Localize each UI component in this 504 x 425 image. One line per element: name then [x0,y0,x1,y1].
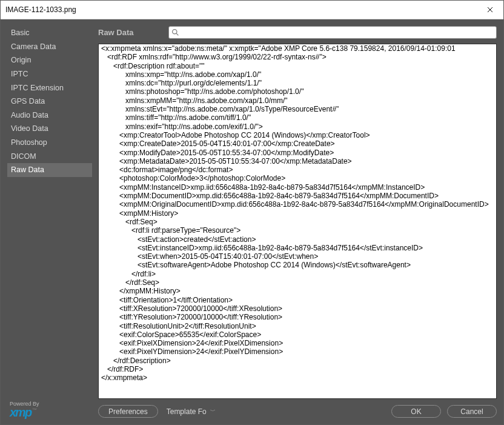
footer: Preferences Template Fo ﹀ OK Cancel [98,405,497,418]
sidebar-item-gps-data[interactable]: GPS Data [7,95,92,109]
sidebar-item-audio-data[interactable]: Audio Data [7,109,92,122]
close-icon [487,7,493,13]
window-title: IMAGE-112-1033.png [5,5,477,14]
sidebar-item-raw-data[interactable]: Raw Data [7,163,92,177]
close-button[interactable] [477,1,503,19]
raw-data-textarea[interactable]: <x:xmpmeta xmlns:x="adobe:ns:meta/" x:xm… [98,44,497,399]
panel-header: Raw Data [98,26,497,39]
panel-title: Raw Data [98,28,159,37]
ok-button[interactable]: OK [391,405,441,418]
cancel-button[interactable]: Cancel [447,405,497,418]
svg-point-0 [173,30,177,34]
sidebar-item-dicom[interactable]: DICOM [7,149,92,163]
template-dropdown-label: Template Fo [167,407,207,416]
chevron-down-icon: ﹀ [210,407,216,415]
sidebar-item-basic[interactable]: Basic [7,26,92,40]
preferences-button[interactable]: Preferences [98,405,158,418]
xmp-logo: xmp [10,407,92,418]
search-wrap [168,26,497,39]
sidebar-item-origin[interactable]: Origin [7,53,92,67]
sidebar: BasicCamera DataOriginIPTCIPTC Extension… [7,26,92,418]
powered-by: Powered By xmp [7,401,92,418]
dialog-window: IMAGE-112-1033.png BasicCamera DataOrigi… [0,0,504,425]
main-panel: Raw Data <x:xmpmeta xmlns:x="adobe:ns:me… [98,26,497,418]
titlebar: IMAGE-112-1033.png [1,1,503,19]
search-icon [171,28,179,36]
dialog-body: BasicCamera DataOriginIPTCIPTC Extension… [1,19,503,424]
sidebar-item-photoshop[interactable]: Photoshop [7,136,92,150]
sidebar-item-iptc[interactable]: IPTC [7,67,92,81]
sidebar-item-iptc-extension[interactable]: IPTC Extension [7,81,92,95]
sidebar-item-camera-data[interactable]: Camera Data [7,40,92,54]
sidebar-item-video-data[interactable]: Video Data [7,122,92,136]
search-input[interactable] [168,26,497,39]
category-list: BasicCamera DataOriginIPTCIPTC Extension… [7,26,92,401]
template-dropdown[interactable]: Template Fo ﹀ [164,405,218,418]
svg-line-1 [176,33,178,35]
